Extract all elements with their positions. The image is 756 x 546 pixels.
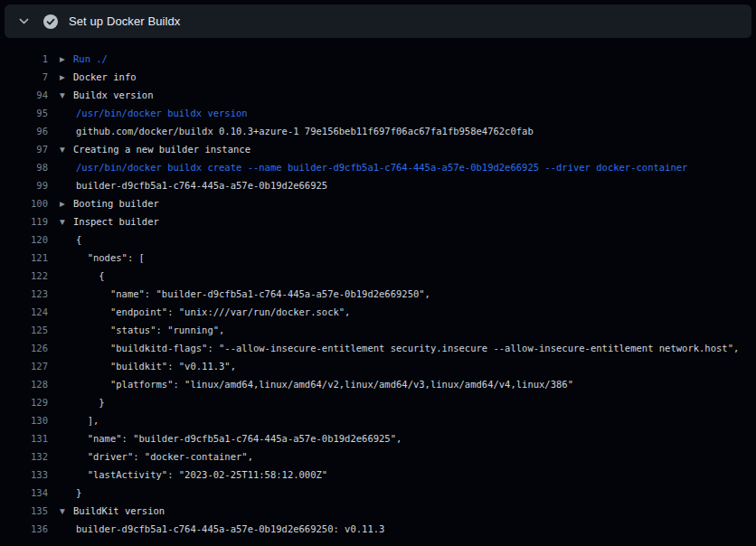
log-line: 131 "name": "builder-d9cfb5a1-c764-445a-… xyxy=(0,429,756,447)
log-output-text: { xyxy=(48,267,105,285)
log-group-label[interactable]: Buildx version xyxy=(73,89,154,100)
log-line: 95/usr/bin/docker buildx version xyxy=(0,104,756,122)
log-group-toggle[interactable]: ▶Run ./ xyxy=(48,50,108,68)
line-number[interactable]: 136 xyxy=(0,520,48,538)
log-line: 134} xyxy=(0,484,756,502)
line-number[interactable]: 97 xyxy=(0,140,48,158)
log-output-text: builder-d9cfb5a1-c764-445a-a57e-0b19d2e6… xyxy=(48,520,384,538)
log-line: 122 { xyxy=(0,267,756,285)
log-line: 128 "platforms": "linux/amd64,linux/amd6… xyxy=(0,375,756,393)
log-line: 136builder-d9cfb5a1-c764-445a-a57e-0b19d… xyxy=(0,520,756,538)
log-output-text: "endpoint": "unix:///var/run/docker.sock… xyxy=(48,303,350,321)
log-output-text: "buildkitd-flags": "--allow-insecure-ent… xyxy=(48,339,739,357)
line-number[interactable]: 96 xyxy=(0,122,48,140)
log-line: 100▶Booting builder xyxy=(0,194,756,212)
line-number[interactable]: 94 xyxy=(0,86,48,104)
log-group-label[interactable]: Booting builder xyxy=(73,198,159,209)
log-line: 132 "driver": "docker-container", xyxy=(0,447,756,466)
log-line: 125 "status": "running", xyxy=(0,321,756,339)
line-number[interactable]: 120 xyxy=(0,231,48,249)
log-output-text: } xyxy=(48,484,81,502)
line-number[interactable]: 126 xyxy=(0,339,48,357)
log-group-label[interactable]: Inspect builder xyxy=(73,216,159,227)
line-number[interactable]: 135 xyxy=(0,502,48,520)
log-group-label[interactable]: Run ./ xyxy=(73,53,108,64)
log-output-text: } xyxy=(48,393,105,411)
caret-right-icon[interactable]: ▶ xyxy=(60,69,73,87)
log-line: 94▼Buildx version xyxy=(0,86,756,104)
log-group-toggle[interactable]: ▼BuildKit version xyxy=(48,502,165,520)
line-number[interactable]: 100 xyxy=(0,194,48,212)
log-line: 127 "buildkit": "v0.11.3", xyxy=(0,357,756,375)
line-number[interactable]: 128 xyxy=(0,375,48,393)
log-line: 96github.com/docker/buildx 0.10.3+azure-… xyxy=(0,122,756,140)
line-number[interactable]: 95 xyxy=(0,104,48,122)
log-command-text: /usr/bin/docker buildx version xyxy=(48,104,248,122)
caret-down-icon[interactable]: ▼ xyxy=(60,213,73,231)
log-output-text: "name": "builder-d9cfb5a1-c764-445a-a57e… xyxy=(48,429,402,447)
caret-down-icon[interactable]: ▼ xyxy=(60,141,73,159)
log-line: 126 "buildkitd-flags": "--allow-insecure… xyxy=(0,339,756,357)
line-number[interactable]: 131 xyxy=(0,429,48,447)
log-output-text: "buildkit": "v0.11.3", xyxy=(48,357,236,375)
log-line: 123 "name": "builder-d9cfb5a1-c764-445a-… xyxy=(0,285,756,303)
check-circle-icon xyxy=(43,14,58,29)
line-number[interactable]: 119 xyxy=(0,212,48,231)
log-line: 119▼Inspect builder xyxy=(0,212,756,231)
log-line: 99builder-d9cfb5a1-c764-445a-a57e-0b19d2… xyxy=(0,176,756,194)
log-line: 98/usr/bin/docker buildx create --name b… xyxy=(0,158,756,176)
line-number[interactable]: 121 xyxy=(0,249,48,267)
log-line: 129 } xyxy=(0,393,756,411)
log-line: 121 "nodes": [ xyxy=(0,249,756,267)
log-output-text: ], xyxy=(48,411,99,429)
log-output-text: "status": "running", xyxy=(48,321,224,339)
line-number[interactable]: 122 xyxy=(0,267,48,285)
log-group-toggle[interactable]: ▼Creating a new builder instance xyxy=(48,140,250,158)
log-group-toggle[interactable]: ▶Docker info xyxy=(48,68,137,86)
line-number[interactable]: 133 xyxy=(0,466,48,484)
log-line: 1▶Run ./ xyxy=(0,50,756,68)
log-line: 133 "lastActivity": "2023-02-25T11:58:12… xyxy=(0,466,756,484)
line-number[interactable]: 130 xyxy=(0,411,48,429)
log-group-label[interactable]: Creating a new builder instance xyxy=(73,144,250,155)
log-line: 124 "endpoint": "unix:///var/run/docker.… xyxy=(0,303,756,321)
log-line: 130 ], xyxy=(0,411,756,429)
log-group-label[interactable]: BuildKit version xyxy=(73,505,165,516)
log-group-toggle[interactable]: ▼Inspect builder xyxy=(48,212,159,231)
line-number[interactable]: 127 xyxy=(0,357,48,375)
line-number[interactable]: 99 xyxy=(0,176,48,194)
caret-down-icon[interactable]: ▼ xyxy=(60,503,73,521)
step-title: Set up Docker Buildx xyxy=(69,14,180,28)
log-output-text: "lastActivity": "2023-02-25T11:58:12.000… xyxy=(48,466,327,484)
log-area: 1▶Run ./7▶Docker info94▼Buildx version95… xyxy=(0,50,756,546)
line-number[interactable]: 134 xyxy=(0,484,48,502)
line-number[interactable]: 132 xyxy=(0,447,48,466)
log-output-text: builder-d9cfb5a1-c764-445a-a57e-0b19d2e6… xyxy=(48,176,327,194)
line-number[interactable]: 124 xyxy=(0,303,48,321)
caret-right-icon[interactable]: ▶ xyxy=(60,51,73,69)
caret-right-icon[interactable]: ▶ xyxy=(60,195,73,213)
chevron-down-icon[interactable] xyxy=(17,15,30,28)
log-output-text: { xyxy=(48,231,81,249)
line-number[interactable]: 129 xyxy=(0,393,48,411)
log-line: 7▶Docker info xyxy=(0,68,756,86)
line-number[interactable]: 123 xyxy=(0,285,48,303)
log-output-text: "name": "builder-d9cfb5a1-c764-445a-a57e… xyxy=(48,285,430,303)
caret-down-icon[interactable]: ▼ xyxy=(60,87,73,105)
line-number[interactable]: 98 xyxy=(0,158,48,176)
log-group-toggle[interactable]: ▶Booting builder xyxy=(48,194,159,212)
line-number[interactable]: 1 xyxy=(0,50,48,68)
log-group-label[interactable]: Docker info xyxy=(73,71,137,82)
step-header[interactable]: Set up Docker Buildx xyxy=(5,5,751,38)
log-line: 135▼BuildKit version xyxy=(0,502,756,520)
log-command-text: /usr/bin/docker buildx create --name bui… xyxy=(48,158,687,176)
log-output-text: github.com/docker/buildx 0.10.3+azure-1 … xyxy=(48,122,534,140)
line-number[interactable]: 7 xyxy=(0,68,48,86)
line-number[interactable]: 125 xyxy=(0,321,48,339)
log-output-text: "driver": "docker-container", xyxy=(48,447,253,466)
log-line: 120{ xyxy=(0,231,756,249)
log-group-toggle[interactable]: ▼Buildx version xyxy=(48,86,154,104)
log-output-text: "platforms": "linux/amd64,linux/amd64/v2… xyxy=(48,375,573,393)
log-output-text: "nodes": [ xyxy=(48,249,145,267)
log-line: 97▼Creating a new builder instance xyxy=(0,140,756,158)
